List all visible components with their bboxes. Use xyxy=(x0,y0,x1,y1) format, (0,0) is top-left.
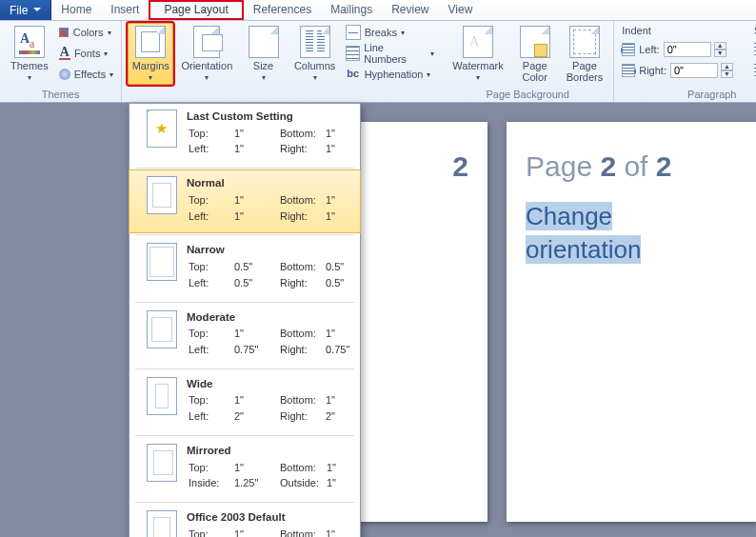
chevron-down-icon: ▾ xyxy=(430,50,434,58)
margins-preset-name: Narrow xyxy=(187,243,371,258)
indent-heading: Indent xyxy=(622,25,651,36)
page-2[interactable]: Page 2 of 2 Change orientation xyxy=(507,122,756,522)
margins-preset-name: Office 2003 Default xyxy=(187,510,371,526)
spinner[interactable]: ▲▼ xyxy=(721,63,733,78)
margins-preset-meta: Office 2003 DefaultTop:1"Bottom:1"Left:1… xyxy=(187,510,371,537)
margins-preset-thumb-icon xyxy=(147,109,177,148)
chevron-down-icon: ▾ xyxy=(262,73,266,82)
indent-right-input[interactable]: ▲▼ xyxy=(670,63,733,78)
columns-button[interactable]: Columns ▾ xyxy=(290,23,340,85)
separator xyxy=(135,368,354,369)
margins-preset-normal[interactable]: NormalTop:1"Bottom:1"Left:1"Right:1" xyxy=(129,170,360,232)
tab-view[interactable]: View xyxy=(439,0,483,20)
indent-left-field[interactable] xyxy=(664,42,711,57)
margins-preset-name: Normal xyxy=(187,176,371,191)
selection-line-2: orientation xyxy=(526,235,641,264)
margins-preset-meta: MirroredTop:1"Bottom:1"Inside:1.25"Outsi… xyxy=(187,444,372,492)
watermark-icon: A xyxy=(463,26,493,58)
columns-icon xyxy=(300,26,330,58)
margins-preset-meta: NormalTop:1"Bottom:1"Left:1"Right:1" xyxy=(187,176,371,225)
separator xyxy=(135,435,354,436)
orientation-icon xyxy=(193,26,220,58)
hyphenation-icon: bc xyxy=(346,67,361,82)
tab-review[interactable]: Review xyxy=(382,0,438,20)
page-color-label: Page Color xyxy=(523,60,547,83)
tab-file-label: File xyxy=(10,4,28,17)
margins-preset-thumb-icon xyxy=(147,444,177,482)
separator xyxy=(135,502,354,503)
watermark-button[interactable]: A Watermark ▾ xyxy=(448,23,507,85)
chevron-down-icon: ▾ xyxy=(205,73,209,82)
chevron-down-icon: ▾ xyxy=(427,70,430,79)
theme-effects[interactable]: Effects ▾ xyxy=(57,65,115,84)
margins-preset-name: Moderate xyxy=(187,310,371,326)
hyphenation-button[interactable]: bcHyphenation ▾ xyxy=(344,65,437,84)
chevron-down-icon: ▾ xyxy=(108,29,111,37)
group-title-page-background: Page Background xyxy=(448,88,607,102)
margins-button[interactable]: Margins ▾ xyxy=(128,23,173,85)
chevron-down-icon xyxy=(33,8,41,12)
chevron-down-icon: ▾ xyxy=(401,29,405,37)
margins-dropdown: Last Custom SettingTop:1"Bottom:1"Left:1… xyxy=(129,103,361,537)
size-button[interactable]: Size ▾ xyxy=(241,23,287,85)
margins-preset-last[interactable]: Last Custom SettingTop:1"Bottom:1"Left:1… xyxy=(129,104,360,166)
chevron-down-icon: ▾ xyxy=(109,70,113,79)
chevron-down-icon: ▾ xyxy=(28,73,31,82)
margins-label: Margins xyxy=(132,60,169,71)
chevron-down-icon: ▾ xyxy=(476,73,480,82)
margins-preset-moderate[interactable]: ModerateTop:1"Bottom:1"Left:0.75"Right:0… xyxy=(129,305,360,367)
chevron-down-icon: ▾ xyxy=(149,73,152,82)
margins-preset-mirrored[interactable]: MirroredTop:1"Bottom:1"Inside:1.25"Outsi… xyxy=(129,438,360,500)
page-2-title: Page 2 of 2 xyxy=(526,150,737,183)
fonts-icon: A xyxy=(59,47,70,60)
indent-right-icon xyxy=(622,64,635,77)
orientation-button[interactable]: Orientation ▾ xyxy=(177,23,236,85)
size-label: Size xyxy=(253,60,273,71)
separator xyxy=(135,234,354,235)
group-paragraph: Indent Left: ▲▼ Right: ▲▼ Spacing Before… xyxy=(614,21,756,102)
margins-preset-thumb-icon xyxy=(147,176,177,214)
themes-button[interactable]: Aa Themes ▾ xyxy=(6,23,53,85)
page-color-button[interactable]: Page Color xyxy=(512,23,558,86)
group-themes: Aa Themes ▾ Colors ▾ AFonts ▾ Effects ▾ … xyxy=(0,21,122,102)
tab-insert[interactable]: Insert xyxy=(101,0,149,20)
watermark-label: Watermark xyxy=(452,60,503,71)
group-page-setup: Margins ▾ Orientation ▾ Size ▾ Columns ▾… xyxy=(122,21,442,102)
page-borders-label: Page Borders xyxy=(567,60,604,83)
selected-text[interactable]: Change orientation xyxy=(526,200,737,267)
separator xyxy=(135,302,354,303)
breaks-button[interactable]: Breaks ▾ xyxy=(344,23,437,42)
margins-preset-thumb-icon xyxy=(147,377,177,415)
theme-colors[interactable]: Colors ▾ xyxy=(57,23,115,42)
margins-preset-office2003[interactable]: Office 2003 DefaultTop:1"Bottom:1"Left:1… xyxy=(129,505,360,537)
margins-preset-meta: WideTop:1"Bottom:1"Left:2"Right:2" xyxy=(187,377,371,426)
columns-label: Columns xyxy=(294,60,335,71)
ribbon-tabstrip: File Home Insert Page Layout References … xyxy=(0,0,756,21)
indent-right-label: Right: xyxy=(639,65,666,76)
themes-icon: Aa xyxy=(14,26,45,58)
indent-left-icon xyxy=(622,43,635,56)
indent-right-field[interactable] xyxy=(670,63,718,78)
tab-home[interactable]: Home xyxy=(51,0,101,20)
breaks-icon xyxy=(346,25,361,40)
margins-preset-meta: Last Custom SettingTop:1"Bottom:1"Left:1… xyxy=(187,109,371,158)
effects-icon xyxy=(59,69,70,80)
document-canvas: 2 Page 2 of 2 Change orientation xyxy=(0,103,756,537)
page-borders-button[interactable]: Page Borders xyxy=(562,23,608,86)
margins-preset-wide[interactable]: WideTop:1"Bottom:1"Left:2"Right:2" xyxy=(129,371,360,433)
group-title-themes: Themes xyxy=(6,88,115,102)
ribbon: Aa Themes ▾ Colors ▾ AFonts ▾ Effects ▾ … xyxy=(0,21,756,103)
margins-preset-thumb-icon xyxy=(147,243,177,281)
margins-preset-meta: NarrowTop:0.5"Bottom:0.5"Left:0.5"Right:… xyxy=(187,243,371,291)
tab-file[interactable]: File xyxy=(0,0,51,20)
tab-references[interactable]: References xyxy=(244,0,321,20)
margins-preset-narrow[interactable]: NarrowTop:0.5"Bottom:0.5"Left:0.5"Right:… xyxy=(129,237,360,299)
tab-page-layout[interactable]: Page Layout xyxy=(149,0,243,20)
theme-fonts[interactable]: AFonts ▾ xyxy=(57,44,115,63)
indent-left-input[interactable]: ▲▼ xyxy=(664,42,726,57)
spinner[interactable]: ▲▼ xyxy=(714,42,726,57)
tab-mailings[interactable]: Mailings xyxy=(321,0,382,20)
line-numbers-button[interactable]: Line Numbers ▾ xyxy=(344,44,437,63)
indent-left-label: Left: xyxy=(639,44,659,55)
margins-preset-thumb-icon xyxy=(147,310,177,348)
